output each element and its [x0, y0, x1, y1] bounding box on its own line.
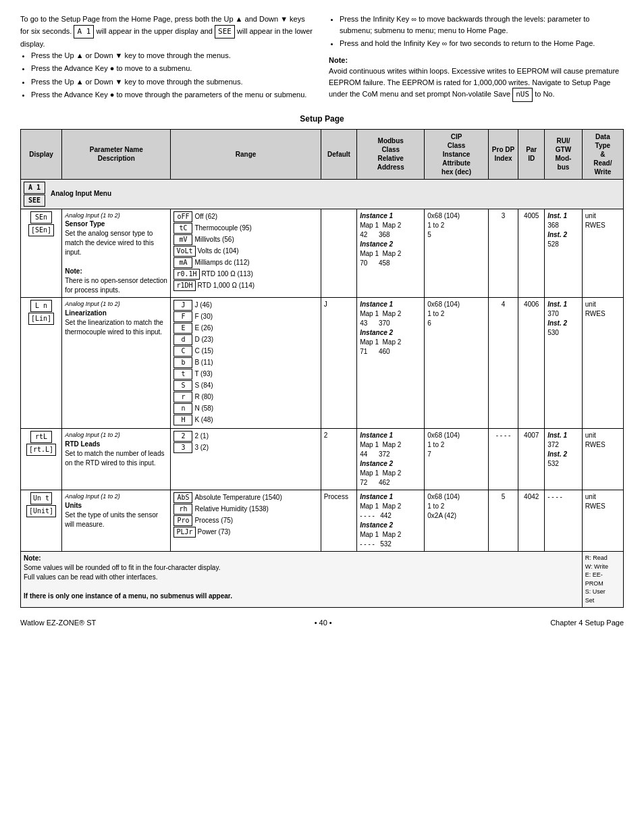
row1-param: Analog Input (1 to 2) Sensor Type Set th… — [62, 209, 171, 298]
table-row: L n [Lin] Analog Input (1 to 2) Lineariz… — [21, 298, 624, 429]
note-line3: If there is only one instance of a menu,… — [24, 592, 232, 600]
row3-inst1: Instance 1 — [360, 431, 421, 440]
table-row: rtL [rt.L] Analog Input (1 to 2) RTD Lea… — [21, 429, 624, 490]
row3-cip: 0x68 (104)1 to 27 — [425, 429, 489, 490]
range-box: C — [173, 346, 192, 357]
range-text: F (30) — [194, 312, 213, 321]
th-rui: RUI/GTWMod-bus — [545, 129, 583, 179]
range-text: Off (62) — [194, 212, 217, 221]
display-see: SEE — [215, 25, 235, 39]
th-parid: ParID — [518, 129, 545, 179]
row3-map1: Map 1 Map 2 — [360, 440, 421, 450]
range-box: b — [173, 357, 192, 368]
range-box: t — [173, 369, 192, 380]
row4-cip: 0x68 (104)1 to 20x2A (42) — [425, 490, 489, 552]
row2-range: J J (46) F F (30) E E (26) d D (23) C C … — [171, 298, 321, 429]
range-box: AbS — [173, 492, 192, 503]
intro-bullets-left: Press the Up ▲ or Down ▼ key to move thr… — [31, 50, 315, 101]
menu-label: Analog Input Menu — [51, 189, 111, 199]
range-text: Thermocouple (95) — [194, 224, 251, 233]
main-table: Display Parameter NameDescription Range … — [20, 129, 624, 608]
row4-param-desc: Set the type of units the sensor will me… — [65, 511, 167, 529]
range-text: T (93) — [194, 369, 213, 379]
th-display: Display — [21, 129, 62, 179]
legend-cell: R: ReadW: WriteE: EE-PROMS: UserSet — [582, 552, 623, 608]
row2-inst1: Instance 1 — [360, 300, 421, 309]
row1-map1: Map 1 Map 2 — [360, 221, 421, 230]
row2-vals1: 43 370 — [360, 319, 421, 328]
row1-prodp: 3 — [488, 209, 518, 298]
range-box: VoLt — [173, 246, 195, 257]
range-text: RTD 1,000 Ω (114) — [198, 281, 255, 290]
intro-bullets-right: Press the Infinity Key ∞ to move backwar… — [340, 14, 624, 49]
row3-vals1: 44 372 — [360, 450, 421, 459]
range-box: Pro — [173, 515, 192, 526]
footer-center: • 40 • — [315, 619, 332, 627]
range-text: D (23) — [194, 335, 213, 344]
row4-param-name: Units — [65, 501, 167, 511]
row3-rui: Inst. 1 372 Inst. 2 532 — [545, 429, 583, 490]
bullet-6: Press and hold the Infinity Key ∞ for tw… — [340, 38, 624, 49]
row3-param-name: RTD Leads — [65, 440, 167, 449]
range-text: K (48) — [194, 415, 213, 425]
row2-rui: Inst. 1 370 Inst. 2 530 — [545, 298, 583, 429]
row1-vals2: 70 458 — [360, 259, 421, 268]
range-box: E — [173, 323, 192, 334]
row1-default — [321, 209, 356, 298]
row1-param-name: Sensor Type — [65, 219, 167, 229]
row4-param: Analog Input (1 to 2) Units Set the type… — [62, 490, 171, 552]
row4-display: Un t [Unit] — [21, 490, 62, 552]
range-box: S — [173, 380, 192, 391]
row2-param: Analog Input (1 to 2) Linearization Set … — [62, 298, 171, 429]
row2-disp-bot: [Lin] — [28, 313, 54, 325]
range-box: 2 — [173, 431, 192, 442]
range-box: 3 — [173, 442, 192, 453]
row2-param-name: Linearization — [65, 309, 167, 318]
row3-default: 2 — [321, 429, 356, 490]
row4-analog: Analog Input (1 to 2) — [65, 492, 167, 501]
table-row: SEn [SEn] Analog Input (1 to 2) Sensor T… — [21, 209, 624, 298]
row2-cip: 0x68 (104)1 to 26 — [425, 298, 489, 429]
row1-disp-bot: [SEn] — [28, 224, 54, 236]
row1-cip: 0x68 (104)1 to 25 — [425, 209, 489, 298]
display-nus: nUS — [512, 88, 533, 102]
row3-param-desc: Set to match the number of leads on the … — [65, 449, 167, 468]
row1-display: SEn [SEn] — [21, 209, 62, 298]
intro-left: To go to the Setup Page from the Home Pa… — [20, 14, 315, 105]
row3-prodp: - - - - — [488, 429, 518, 490]
range-text: RTD 100 Ω (113) — [202, 269, 253, 279]
note-line2: Full values can be read with other inter… — [24, 573, 157, 581]
th-default: Default — [321, 129, 356, 179]
range-box: mV — [173, 234, 192, 245]
th-modbus: ModbusClassRelativeAddress — [357, 129, 425, 179]
menu-header-row: A 1 SEE Analog Input Menu — [21, 179, 624, 209]
row4-inst1: Instance 1 — [360, 492, 421, 502]
bottom-note-cell: Note: Some values will be rounded off to… — [21, 552, 583, 608]
intro-note-text: Avoid continuous writes within loops. Ex… — [329, 66, 624, 102]
menu-display-bot: SEE — [24, 194, 45, 207]
range-text: J (46) — [194, 301, 212, 310]
row2-prodp: 4 — [488, 298, 518, 429]
row4-prodp: 5 — [488, 490, 518, 552]
row2-datatype: unitRWES — [582, 298, 623, 429]
bullet-5: Press the Infinity Key ∞ to move backwar… — [340, 14, 624, 36]
range-text: Millivolts (56) — [194, 235, 234, 244]
row4-vals1: - - - - 442 — [360, 511, 421, 521]
range-text: Volts dc (104) — [198, 246, 239, 256]
row1-analog: Analog Input (1 to 2) — [65, 211, 167, 220]
row3-disp-top: rtL — [30, 431, 52, 443]
row3-parid: 4007 — [518, 429, 545, 490]
range-box: n — [173, 403, 192, 414]
range-box: r — [173, 392, 192, 402]
menu-display-top: A 1 — [24, 182, 45, 194]
row4-vals2: - - - - 532 — [360, 540, 421, 549]
row2-inst2: Instance 2 — [360, 328, 421, 338]
row3-disp-bot: [rt.L] — [26, 444, 56, 456]
row1-inst1: Instance 1 — [360, 211, 421, 221]
row3-datatype: unitRWES — [582, 429, 623, 490]
row4-default: Process — [321, 490, 356, 552]
range-text: Milliamps dc (112) — [194, 258, 249, 267]
row4-modbus: Instance 1 Map 1 Map 2 - - - - 442 Insta… — [357, 490, 425, 552]
range-text: E (26) — [194, 323, 213, 333]
intro-note-label: Note: — [329, 56, 348, 64]
